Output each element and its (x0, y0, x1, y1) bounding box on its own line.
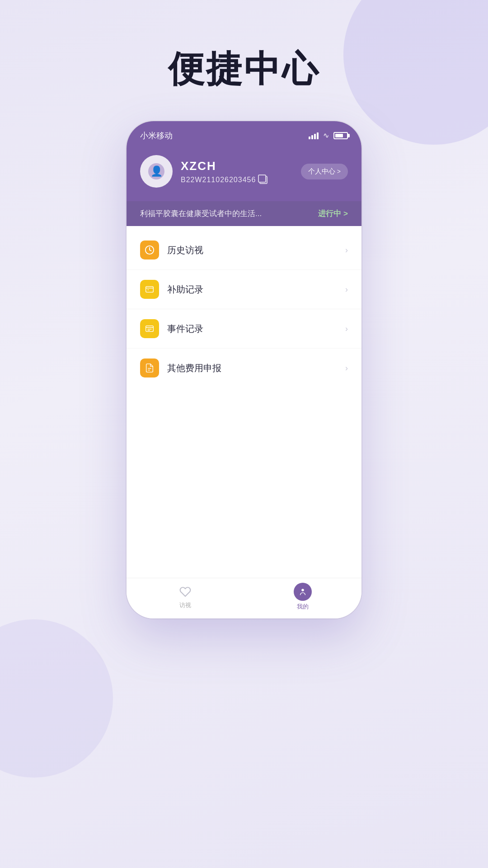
avatar-face: 👤 (150, 165, 163, 177)
menu-item-other-expense[interactable]: 其他费用申报 › (127, 349, 361, 387)
phone-mockup: 小米移动 ∿ 👤 XZCH (127, 121, 361, 618)
avatar-inner: 👤 (148, 163, 164, 179)
battery-fill (335, 134, 343, 137)
user-row: 👤 XZCH B22W211026203456 个人中心 > (140, 155, 348, 188)
avatar: 👤 (140, 155, 173, 188)
status-icons: ∿ (309, 131, 348, 140)
menu-section: 历史访视 › 补助记录 › (127, 226, 361, 578)
mine-nav-icon (294, 583, 312, 601)
history-visit-label: 历史访视 (167, 244, 345, 256)
other-expense-icon (140, 359, 159, 377)
user-id: B22W211026203456 (181, 176, 256, 184)
other-expense-label: 其他费用申报 (167, 362, 345, 374)
personal-center-chevron: > (337, 168, 341, 175)
copy-icon[interactable] (259, 176, 267, 184)
subsidy-record-icon (140, 280, 159, 299)
personal-center-label: 个人中心 (308, 167, 335, 176)
study-banner[interactable]: 利福平胶囊在健康受试者中的生活... 进行中 > (127, 201, 361, 226)
svg-rect-4 (146, 326, 154, 332)
study-status: 进行中 > (318, 208, 348, 219)
subsidy-record-label: 补助记录 (167, 283, 345, 296)
menu-item-subsidy-record[interactable]: 补助记录 › (127, 270, 361, 309)
user-info: 👤 XZCH B22W211026203456 (140, 155, 267, 188)
study-title: 利福平胶囊在健康受试者中的生活... (140, 208, 314, 219)
wifi-icon: ∿ (323, 131, 329, 140)
event-record-label: 事件记录 (167, 323, 345, 335)
nav-item-visit[interactable]: 访视 (127, 584, 244, 609)
user-details: XZCH B22W211026203456 (181, 159, 267, 184)
menu-item-history-visit[interactable]: 历史访视 › (127, 231, 361, 270)
user-name: XZCH (181, 159, 267, 173)
page-title: 便捷中心 (168, 45, 320, 94)
subsidy-record-arrow: › (345, 285, 348, 294)
personal-center-button[interactable]: 个人中心 > (301, 164, 348, 179)
user-id-row: B22W211026203456 (181, 176, 267, 184)
event-record-arrow: › (345, 324, 348, 334)
nav-item-mine[interactable]: 我的 (244, 583, 361, 611)
battery-icon (333, 132, 348, 139)
history-visit-icon (140, 241, 159, 259)
visit-nav-icon (178, 584, 193, 599)
menu-item-event-record[interactable]: 事件记录 › (127, 309, 361, 349)
svg-point-11 (301, 589, 304, 591)
svg-rect-1 (146, 287, 154, 292)
carrier-label: 小米移动 (140, 130, 173, 141)
signal-icon (309, 132, 319, 139)
mine-nav-label: 我的 (297, 603, 309, 611)
status-bar: 小米移动 ∿ (127, 121, 361, 146)
visit-nav-label: 访视 (179, 601, 191, 609)
bottom-nav: 访视 我的 (127, 578, 361, 618)
history-visit-arrow: › (345, 245, 348, 255)
event-record-icon (140, 319, 159, 338)
other-expense-arrow: › (345, 363, 348, 373)
header-section: 👤 XZCH B22W211026203456 个人中心 > (127, 146, 361, 201)
